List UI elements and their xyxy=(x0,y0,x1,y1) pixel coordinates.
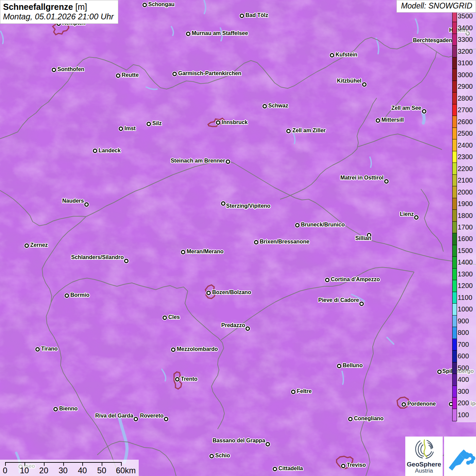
colorbar-segment-2900 xyxy=(453,81,457,92)
weather-map: SchongauBad TölzKemptenMurnau am Staffel… xyxy=(0,0,476,476)
city-label-landeck: Landeck xyxy=(99,148,121,153)
scalebar-label-60km: 60km xyxy=(116,466,136,475)
city-label-schwaz: Schwaz xyxy=(268,103,288,108)
city-dot-cortina-d-ampezzo xyxy=(325,278,329,282)
city-dot-innsbruck xyxy=(216,120,220,125)
scalebar-tick-20 xyxy=(44,462,45,466)
city-label-schio: Schio xyxy=(215,453,230,458)
colorbar-value-200: 200 xyxy=(458,400,469,406)
colorbar xyxy=(452,10,457,421)
colorbar-value-3200: 3200 xyxy=(458,48,473,55)
city-label-treviso: Treviso xyxy=(347,462,366,468)
city-dot-bassano-del-grappa xyxy=(266,442,270,446)
city-label-sonthofen: Sonthofen xyxy=(57,67,84,72)
city-dot-pordenone xyxy=(402,402,406,407)
city-dot-matrei-in-osttirol xyxy=(384,179,389,184)
city-dot-landeck xyxy=(93,149,97,153)
colorbar-segment-800 xyxy=(453,327,457,339)
colorbar-segment-1100 xyxy=(453,292,457,304)
city-dot-rovereto xyxy=(164,417,168,421)
colorbar-segment-900 xyxy=(453,316,457,327)
model-box: Modell: SNOWGRID xyxy=(396,0,476,13)
city-dot-schongau xyxy=(142,3,147,7)
city-label-nauders: Nauders xyxy=(62,198,84,204)
city-dot-predazzo xyxy=(245,326,250,331)
city-dot-pieve-di-cadore xyxy=(359,302,364,306)
scalebar-tick-0 xyxy=(5,462,6,466)
colorbar-value-3100: 3100 xyxy=(458,60,473,66)
city-dot-belluno xyxy=(337,364,341,368)
colorbar-value-1700: 1700 xyxy=(458,224,473,231)
colorbar-segment-2200 xyxy=(453,163,457,174)
colorbar-value-500: 500 xyxy=(458,364,469,371)
colorbar-value-300: 300 xyxy=(458,388,469,395)
scalebar-tick-60km xyxy=(121,462,122,466)
colorbar-segment-2800 xyxy=(453,92,457,104)
colorbar-segment-3300 xyxy=(453,34,457,46)
city-label-berchtesgaden: Berchtesgaden xyxy=(413,38,452,43)
colorbar-value-1600: 1600 xyxy=(458,235,473,242)
city-label-kitzb-hel: Kitzbühel xyxy=(337,78,361,84)
colorbar-segment-1200 xyxy=(453,280,457,292)
colorbar-value-1200: 1200 xyxy=(458,282,473,289)
colorbar-segment-300 xyxy=(453,386,457,397)
blue-mountain-logo-box xyxy=(444,437,476,476)
city-dot-conegliano xyxy=(348,417,353,421)
colorbar-value-2700: 2700 xyxy=(458,106,473,113)
city-dot-sonthofen xyxy=(52,68,56,72)
city-label-cortina-d-ampezzo: Cortina d'Ampezzo xyxy=(331,277,380,282)
city-label-pordenone: Pordenone xyxy=(407,401,436,407)
city-dot-zell-am-see xyxy=(422,109,426,114)
city-dot-bruneck-brunico xyxy=(295,223,300,227)
geosphere-logo-box: GeoSphere Austria xyxy=(405,437,443,476)
city-label-mezzolombardo: Mezzolombardo xyxy=(177,346,218,352)
colorbar-segment-600 xyxy=(453,351,457,362)
scalebar-label-0: 0 xyxy=(3,466,7,475)
distance-scalebar: 0102030405060km xyxy=(0,460,139,476)
colorbar-segment-3100 xyxy=(453,57,457,69)
colorbar-segment-3400 xyxy=(453,22,457,34)
city-label-innsbruck: Innsbruck xyxy=(222,120,248,125)
colorbar-segment-400 xyxy=(453,374,457,386)
colorbar-segment-100 xyxy=(453,409,457,421)
colorbar-segment-1500 xyxy=(453,245,457,257)
city-label-mittersill: Mittersill xyxy=(381,117,404,123)
colorbar-value-2300: 2300 xyxy=(458,153,473,160)
city-dot-zernez xyxy=(24,243,29,248)
city-label-bad-t-lz: Bad Tölz xyxy=(245,13,268,18)
colorbar-value-400: 400 xyxy=(458,376,469,383)
colorbar-segment-1300 xyxy=(453,269,457,280)
city-label-riva-del-garda: Riva del Garda xyxy=(95,413,133,419)
colorbar-segment-1400 xyxy=(453,257,457,268)
scalebar-label-30: 30 xyxy=(58,466,68,475)
scalebar-tick-50 xyxy=(102,462,102,466)
colorbar-value-1400: 1400 xyxy=(458,259,473,266)
city-label-feltre: Feltre xyxy=(297,389,312,394)
city-dot-bienno xyxy=(53,407,58,411)
city-label-lienz: Lienz xyxy=(400,211,414,217)
colorbar-value-2500: 2500 xyxy=(458,130,473,137)
city-dot-mezzolombardo xyxy=(171,347,175,352)
city-dot-garmisch-partenkirchen xyxy=(172,72,177,76)
city-label-steinach-am-brenner: Steinach am Brenner xyxy=(171,158,225,164)
colorbar-value-3400: 3400 xyxy=(458,24,473,31)
colorbar-segment-2100 xyxy=(453,175,457,186)
colorbar-segment-700 xyxy=(453,339,457,351)
city-dot-brixen-bressanone xyxy=(254,240,258,244)
colorbar-value-3500: 3500 xyxy=(458,13,473,19)
scalebar-tick-30 xyxy=(63,462,64,466)
colorbar-segment-1700 xyxy=(453,222,457,233)
city-label-sillian: Sillian xyxy=(355,236,371,241)
city-label-zernez: Zernez xyxy=(30,242,48,248)
city-dot-cittadella xyxy=(273,467,277,471)
city-dot-kitzb-hel xyxy=(362,82,367,87)
city-label-sterzing-vipiteno: Sterzing/Vipiteno xyxy=(226,203,270,209)
city-label-murnau-am-staffelsee: Murnau am Staffelsee xyxy=(192,31,248,36)
city-label-tirano: Tirano xyxy=(41,346,58,352)
city-dot-tirano xyxy=(35,347,40,352)
colorbar-value-1100: 1100 xyxy=(458,294,472,301)
colorbar-value-800: 800 xyxy=(458,329,469,336)
city-label-zell-am-see: Zell am See xyxy=(391,105,421,111)
colorbar-segment-2600 xyxy=(453,116,457,128)
colorbar-segment-1800 xyxy=(453,210,457,221)
